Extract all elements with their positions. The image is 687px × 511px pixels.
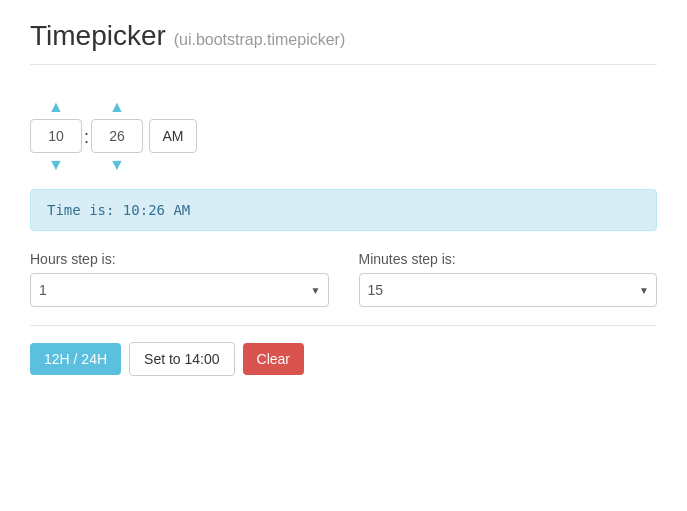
hours-step-label: Hours step is: <box>30 251 329 267</box>
minutes-down-button[interactable]: ▼ <box>101 153 133 177</box>
hours-column: ▲ ▼ <box>30 95 82 177</box>
hours-down-button[interactable]: ▼ <box>40 153 72 177</box>
page-subtitle: (ui.bootstrap.timepicker) <box>174 31 346 48</box>
minutes-input[interactable] <box>91 119 143 153</box>
clear-button[interactable]: Clear <box>243 343 304 375</box>
hours-input[interactable] <box>30 119 82 153</box>
hours-up-button[interactable]: ▲ <box>40 95 72 119</box>
hours-step-group: Hours step is: 1 2 3 <box>30 251 329 307</box>
title-text: Timepicker <box>30 20 166 51</box>
hours-step-select[interactable]: 1 2 3 <box>30 273 329 307</box>
timepicker-section: ▲ ▼ : ▲ ▼ AM Time is: 10:26 AM <box>30 85 657 386</box>
time-display-text: Time is: 10:26 AM <box>47 202 190 218</box>
ampm-toggle[interactable]: AM <box>149 119 197 153</box>
minutes-column: ▲ ▼ <box>91 95 143 177</box>
time-display: Time is: 10:26 AM <box>30 189 657 231</box>
step-section: Hours step is: 1 2 3 Minutes step is: 15 <box>30 251 657 307</box>
minutes-step-label: Minutes step is: <box>359 251 658 267</box>
minutes-step-group: Minutes step is: 15 30 <box>359 251 658 307</box>
page-container: Timepicker (ui.bootstrap.timepicker) ▲ ▼… <box>0 0 687 511</box>
action-divider <box>30 325 657 326</box>
main-panel: Timepicker (ui.bootstrap.timepicker) ▲ ▼… <box>0 0 687 511</box>
toggle-12h-24h-button[interactable]: 12H / 24H <box>30 343 121 375</box>
timepicker-controls: ▲ ▼ : ▲ ▼ AM <box>30 95 657 177</box>
time-colon: : <box>84 125 89 148</box>
minutes-step-select[interactable]: 15 30 <box>359 273 658 307</box>
set-time-button[interactable]: Set to 14:00 <box>129 342 235 376</box>
minutes-up-button[interactable]: ▲ <box>101 95 133 119</box>
hours-step-select-wrapper: 1 2 3 <box>30 273 329 307</box>
action-buttons: 12H / 24H Set to 14:00 Clear <box>30 342 657 376</box>
title-divider <box>30 64 657 65</box>
page-title: Timepicker (ui.bootstrap.timepicker) <box>30 20 657 52</box>
minutes-step-select-wrapper: 15 30 <box>359 273 658 307</box>
